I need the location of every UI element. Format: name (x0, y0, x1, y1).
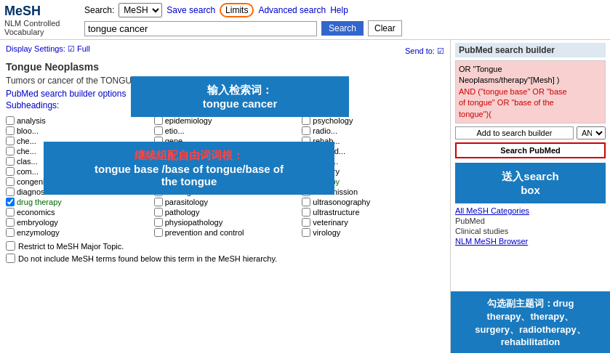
subheading-checkbox[interactable] (6, 116, 15, 125)
do-not-include-row: Do not include MeSH terms found below th… (6, 254, 444, 263)
subheading-checkbox[interactable] (302, 116, 310, 125)
subheading-checkbox[interactable] (6, 126, 15, 135)
list-item: psychology (302, 116, 444, 125)
logo-title: MeSH (4, 4, 84, 19)
subheading-checkbox[interactable] (302, 198, 310, 206)
nlm-mesh-browser-link[interactable]: NLM MeSH Browser (455, 237, 606, 246)
pubmed-builder-title: PubMed search builder (455, 43, 606, 57)
pubmed-categories-text: PubMed (455, 217, 606, 225)
list-item: epidemiology (154, 116, 297, 125)
pubmed-query-box[interactable]: OR "TongueNeoplasms/therapy"[Mesh] ) AND… (455, 60, 606, 124)
callout2-line1: 继续组配自由词词根： (135, 149, 244, 161)
subheading-checkbox[interactable] (6, 228, 15, 237)
subheading-checkbox[interactable] (154, 228, 163, 237)
list-item: analysis (6, 116, 148, 125)
subheading-checkbox[interactable] (6, 177, 15, 186)
search-pubmed-button[interactable]: Search PubMed (455, 142, 606, 158)
callout4-line3: surgery、radiotherapy、 (475, 324, 585, 335)
subheading-checkbox[interactable] (302, 228, 310, 237)
callout3-line2: box (521, 184, 540, 196)
callout4-line2: therapy、therapy、 (487, 311, 574, 322)
search-button[interactable]: Search (321, 21, 364, 36)
display-settings[interactable]: Display Settings: ☑ Full (6, 44, 90, 54)
top-nav: Search: MeSH Save search Limits Advanced… (84, 3, 606, 17)
list-item: prevention and control (154, 228, 297, 237)
subheading-checkbox[interactable] (6, 198, 15, 206)
subheading-checkbox[interactable] (302, 126, 310, 135)
clinical-studies-text: Clinical studies (455, 227, 606, 235)
do-not-include-label: Do not include MeSH terms found below th… (18, 254, 277, 263)
list-item: enzymology (6, 228, 148, 237)
main-content: Display Settings: ☑ Full Send to: ☑ Tong… (0, 40, 610, 353)
list-item: veterinary (302, 218, 444, 227)
term-title: Tongue Neoplasms (6, 61, 444, 73)
header: MeSH NLM Controlled Vocabulary Search: M… (0, 0, 610, 40)
logo-subtitle: NLM Controlled Vocabulary (4, 19, 84, 36)
list-item: parasitology (154, 198, 297, 206)
list-item: bloo... (6, 126, 148, 135)
subheading-checkbox[interactable] (154, 208, 163, 217)
subheading-checkbox[interactable] (6, 137, 15, 145)
subheading-checkbox[interactable] (302, 208, 310, 217)
list-item: embryology (6, 218, 148, 227)
search-type-select[interactable]: MeSH (119, 3, 162, 17)
list-item: ultrastructure (302, 208, 444, 217)
callout1-line2: tongue cancer (203, 97, 278, 110)
list-item: economics (6, 208, 148, 217)
restrict-checkbox[interactable] (6, 241, 15, 251)
builder-action-row: Add to search builder AND (455, 126, 606, 139)
add-to-builder-button[interactable]: Add to search builder (455, 126, 574, 139)
subheading-checkbox[interactable] (154, 116, 163, 125)
list-item: etio... (154, 126, 297, 135)
subheading-checkbox[interactable] (6, 167, 15, 176)
callout4-line4: rehabilitation (501, 336, 561, 347)
subheading-checkbox[interactable] (154, 126, 163, 135)
all-mesh-link[interactable]: All MeSH Categories (455, 206, 606, 215)
subheading-checkbox[interactable] (154, 198, 163, 206)
subheading-checkbox[interactable] (6, 157, 15, 166)
callout-input-search: 输入检索词： tongue cancer (131, 76, 349, 117)
advanced-search-link[interactable]: Advanced search (258, 5, 326, 15)
logo-box: MeSH NLM Controlled Vocabulary (4, 4, 84, 36)
callout4-line1: 勾选副主题词：drug (487, 298, 574, 309)
callout2-line2: tongue base /base of tongue/base of (95, 163, 284, 175)
send-to[interactable]: Send to: ☑ (405, 46, 444, 56)
callout3-line1: 送入search (502, 170, 558, 182)
subheading-checkbox[interactable] (302, 218, 310, 227)
restrict-row: Restrict to MeSH Major Topic. (6, 241, 444, 251)
list-item: virology (302, 228, 444, 237)
list-item: drug therapy (6, 198, 148, 206)
callout-check-subheadings: 勾选副主题词：drug therapy、therapy、 surgery、rad… (451, 291, 610, 353)
search-area: Search: MeSH Save search Limits Advanced… (84, 3, 606, 36)
save-search-link[interactable]: Save search (166, 5, 215, 15)
callout2-line3: the tongue (161, 175, 217, 187)
clear-button[interactable]: Clear (368, 20, 402, 36)
callout-free-text: 继续组配自由词词根： tongue base /base of tongue/b… (44, 142, 334, 195)
list-item: physiopathology (154, 218, 297, 227)
search-input[interactable] (84, 21, 317, 36)
help-link[interactable]: Help (330, 5, 348, 15)
restrict-label: Restrict to MeSH Major Topic. (18, 242, 124, 251)
and-select[interactable]: AND (577, 126, 606, 139)
right-panel: PubMed search builder OR "TongueNeoplasm… (451, 40, 610, 353)
display-send-row: Display Settings: ☑ Full Send to: ☑ (6, 44, 444, 58)
list-item: pathology (154, 208, 297, 217)
list-item: ultrasonography (302, 198, 444, 206)
do-not-include-checkbox[interactable] (6, 254, 15, 263)
list-item: radio... (302, 126, 444, 135)
callout1-line1: 输入检索词： (207, 84, 273, 96)
subheading-checkbox[interactable] (6, 208, 15, 217)
subheading-checkbox[interactable] (6, 187, 15, 196)
limits-button[interactable]: Limits (220, 3, 254, 17)
subheading-checkbox[interactable] (6, 147, 15, 155)
search-row: Search Clear (84, 20, 606, 36)
left-panel: Display Settings: ☑ Full Send to: ☑ Tong… (0, 40, 451, 353)
subheading-checkbox[interactable] (6, 218, 15, 227)
subheading-checkbox[interactable] (154, 218, 163, 227)
callout-send-to-searchbox: 送入search box (455, 163, 606, 203)
search-label-top: Search: (84, 5, 114, 15)
